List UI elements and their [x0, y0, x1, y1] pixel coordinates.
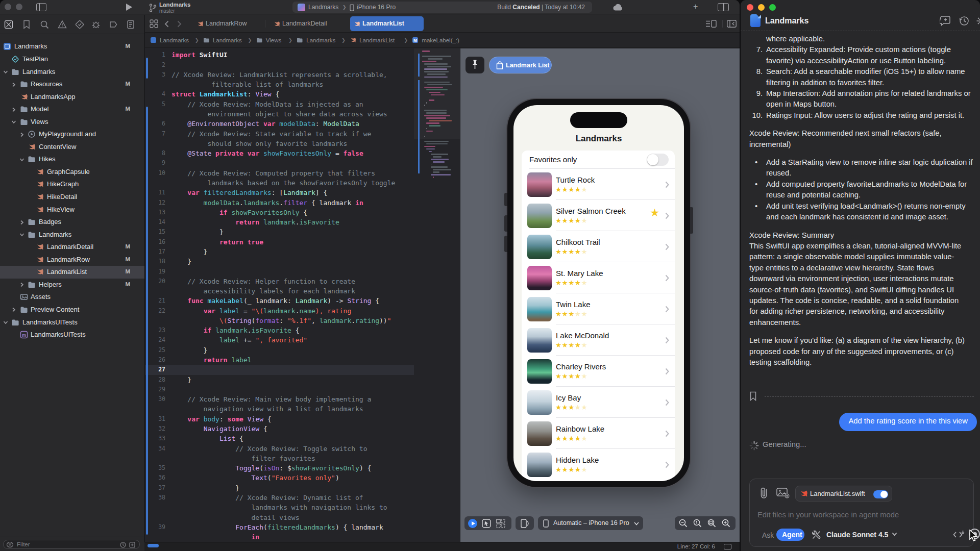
sidebar-item-contentview[interactable]: ContentView: [0, 141, 144, 154]
disclosure-down-icon[interactable]: [3, 69, 8, 74]
breadcrumb-item[interactable]: Landmarks: [213, 37, 242, 43]
landmark-row[interactable]: Icy Bay★★★★★: [522, 387, 675, 418]
breadcrumb-item[interactable]: Landmarks: [160, 37, 189, 43]
preview-target-pill[interactable]: Landmark List: [489, 57, 552, 73]
debug-navigator-icon[interactable]: [91, 20, 101, 29]
landmark-row[interactable]: Hidden Lake★★★★★: [522, 449, 675, 480]
disclosure-right-icon[interactable]: [11, 82, 16, 87]
tab-landmarkrow[interactable]: LandmarkRow: [193, 16, 263, 31]
project-navigator-icon[interactable]: [4, 20, 13, 29]
landmark-row[interactable]: Rainbow Lake★★★★★: [522, 418, 675, 449]
find-navigator-icon[interactable]: [40, 20, 49, 29]
sidebar-item-hikes[interactable]: Hikes: [0, 153, 144, 166]
device-settings-icon[interactable]: [520, 519, 529, 528]
assistant-zoom-button[interactable]: [769, 4, 776, 11]
sidebar-item-testplan[interactable]: TestPlan: [0, 53, 144, 66]
code-editor[interactable]: 1import SwiftUI23// Xcode Review: Landma…: [145, 48, 414, 542]
test-navigator-icon[interactable]: [75, 20, 84, 29]
tab-overview-icon[interactable]: [150, 19, 158, 28]
sidebar-item-landmarks[interactable]: Landmarks: [0, 66, 144, 79]
sidebar-item-model[interactable]: ModelM: [0, 103, 144, 116]
close-editor-icon[interactable]: [727, 20, 737, 28]
breakpoint-navigator-icon[interactable]: [109, 20, 118, 29]
tab-landmarkdetail[interactable]: LandmarkDetail: [270, 16, 348, 31]
pin-preview-button[interactable]: [465, 57, 484, 73]
source-control-filter-icon[interactable]: [129, 542, 135, 548]
code-context-icon[interactable]: [953, 530, 965, 540]
disclosure-right-icon[interactable]: [19, 132, 24, 137]
sidebar-item-landmarksapp[interactable]: LandmarksApp: [0, 91, 144, 104]
report-navigator-icon[interactable]: [126, 20, 135, 29]
attached-file-chip[interactable]: LandmarkList.swift: [795, 486, 892, 502]
input-placeholder[interactable]: Edit files in your workspace in agent mo…: [757, 511, 899, 519]
tools-icon[interactable]: [811, 530, 822, 540]
tab-landmarklist[interactable]: LandmarkList: [350, 16, 424, 31]
scheme-selector[interactable]: Landmarks ❯ iPhone 16 Pro Build Canceled…: [292, 2, 592, 13]
sidebar-item-assets[interactable]: Assets: [0, 291, 144, 304]
bookmark-navigator-icon[interactable]: [22, 20, 31, 29]
landmark-row[interactable]: Twin Lake★★★★★: [522, 293, 675, 324]
code-minimap[interactable]: [414, 48, 460, 542]
bookmark-icon[interactable]: [749, 391, 757, 401]
landmark-row[interactable]: Turtle Rock★★★★★: [522, 169, 675, 200]
disclosure-right-icon[interactable]: [11, 107, 16, 112]
sidebar-item-landmarkrow[interactable]: LandmarkRowM: [0, 254, 144, 266]
sidebar-item-hikegraph[interactable]: HikeGraph: [0, 178, 144, 191]
zoom-in-icon[interactable]: [722, 519, 730, 528]
disclosure-down-icon[interactable]: [11, 119, 16, 124]
landmark-row[interactable]: Charley Rivers★★★★★: [522, 356, 675, 387]
sidebar-item-landmarkdetail[interactable]: LandmarkDetailM: [0, 241, 144, 254]
landmark-row[interactable]: St. Mary Lake★★★★★: [522, 262, 675, 293]
disclosure-right-icon[interactable]: [11, 307, 16, 312]
landmark-row[interactable]: Chilkoot Trail★★★★★: [522, 231, 675, 262]
landmark-row[interactable]: Lake McDonald★★★★★: [522, 324, 675, 356]
sidebar-item-helpers[interactable]: HelpersM: [0, 279, 144, 291]
sidebar-item-landmarks[interactable]: Landmarks: [0, 229, 144, 241]
ask-mode-option[interactable]: Ask: [762, 531, 774, 539]
new-chat-icon[interactable]: [940, 16, 951, 26]
breadcrumb-item[interactable]: makeLabel(_:): [422, 37, 459, 43]
sidebar-item-graphcapsule[interactable]: GraphCapsule: [0, 166, 144, 179]
assistant-close-button[interactable]: [747, 4, 753, 11]
sidebar-item-hikeview[interactable]: HikeView: [0, 204, 144, 216]
sidebar-item-landmarksuitests[interactable]: LandmarksUITests: [0, 316, 144, 329]
split-editor-icon[interactable]: [718, 3, 729, 11]
assistant-input-box[interactable]: LandmarkList.swift Edit files in your wo…: [749, 479, 974, 547]
sidebar-item-preview-content[interactable]: Preview Content: [0, 304, 144, 316]
back-icon[interactable]: [164, 20, 169, 28]
sidebar-item-landmarksuitests[interactable]: mLandmarksUITests: [0, 329, 144, 341]
sidebar-item-resources[interactable]: ResourcesM: [0, 78, 144, 91]
attach-file-icon[interactable]: [759, 486, 769, 499]
horizontal-scrollbar-thumb[interactable]: [148, 544, 159, 547]
sidebar-item-landmarks[interactable]: LandmarksM: [0, 40, 144, 53]
sidebar-item-views[interactable]: Views: [0, 116, 144, 129]
history-icon[interactable]: [959, 16, 969, 26]
model-selector[interactable]: Claude Sonnet 4.5: [826, 531, 888, 539]
toggle-navigator-icon[interactable]: [36, 3, 46, 11]
zoom-out-icon[interactable]: [679, 519, 688, 528]
filter-input[interactable]: Filter: [3, 540, 140, 549]
favorites-only-toggle[interactable]: [647, 154, 669, 166]
assistant-minimize-button[interactable]: [758, 4, 765, 11]
selectable-mode-icon[interactable]: [482, 519, 491, 528]
sidebar-item-landmarklist[interactable]: LandmarkListM: [0, 266, 144, 279]
sidebar-item-badges[interactable]: Badges: [0, 216, 144, 229]
gear-icon[interactable]: [976, 16, 980, 26]
breadcrumb-item[interactable]: LandmarkList: [359, 37, 395, 43]
variants-mode-icon[interactable]: [496, 519, 505, 528]
zoom-fit-icon[interactable]: [707, 519, 716, 528]
disclosure-right-icon[interactable]: [19, 220, 24, 225]
editor-options-icon[interactable]: [705, 20, 717, 28]
attached-file-toggle[interactable]: [873, 490, 888, 498]
sidebar-item-myplaygroundland[interactable]: MyPlaygroundLand: [0, 128, 144, 141]
breadcrumb-item[interactable]: Views: [266, 37, 281, 43]
disclosure-right-icon[interactable]: [19, 282, 24, 287]
run-button[interactable]: [126, 4, 132, 11]
device-picker-chip[interactable]: Automatic – iPhone 16 Pro: [538, 516, 643, 530]
zoom-100-icon[interactable]: [693, 519, 702, 528]
sidebar-item-hikedetail[interactable]: HikeDetail: [0, 191, 144, 204]
attach-image-icon[interactable]: [776, 488, 790, 498]
issue-navigator-icon[interactable]: [58, 20, 67, 29]
disclosure-down-icon[interactable]: [19, 157, 24, 162]
recent-files-icon[interactable]: [120, 542, 126, 548]
